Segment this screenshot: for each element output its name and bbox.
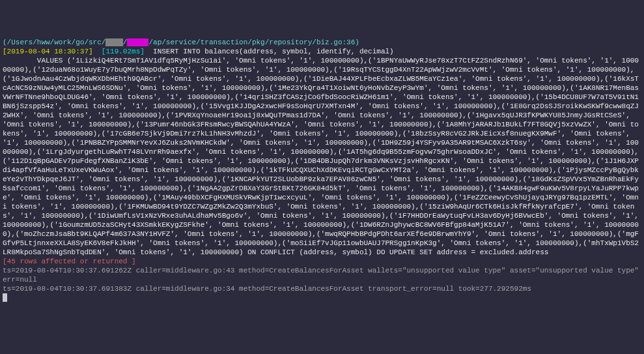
log-line-2: ts=2019-08-04T10:30:37.691383Z caller=mi… xyxy=(3,285,531,293)
query-duration: [119.02ms] xyxy=(102,48,145,55)
terminal-cursor xyxy=(3,293,7,302)
source-path-prefix: (/Users/hww/work/go/src/ xyxy=(3,38,105,46)
log-timestamp: [2019-08-04 18:30:37] xyxy=(3,48,93,55)
terminal-output[interactable]: (/Users/hww/work/go/src/ / /ap/service/t… xyxy=(3,38,641,302)
sql-insert-head: INSERT INTO balances(address, symbol, id… xyxy=(145,48,394,55)
source-path-suffix: /ap/service/transaction/pkg/repository/b… xyxy=(148,38,359,46)
redacted-segment-2 xyxy=(127,38,148,46)
redacted-segment-1 xyxy=(105,38,122,46)
rows-affected: [45 rows affected or returned ] xyxy=(3,258,136,265)
log-line-1: ts=2019-08-04T10:30:37.691262Z caller=mi… xyxy=(3,267,643,284)
sql-values-body: VALUES ('1LizkiQ4ERt7SmT1AV1dfq5RyMjHzSu… xyxy=(3,57,643,256)
